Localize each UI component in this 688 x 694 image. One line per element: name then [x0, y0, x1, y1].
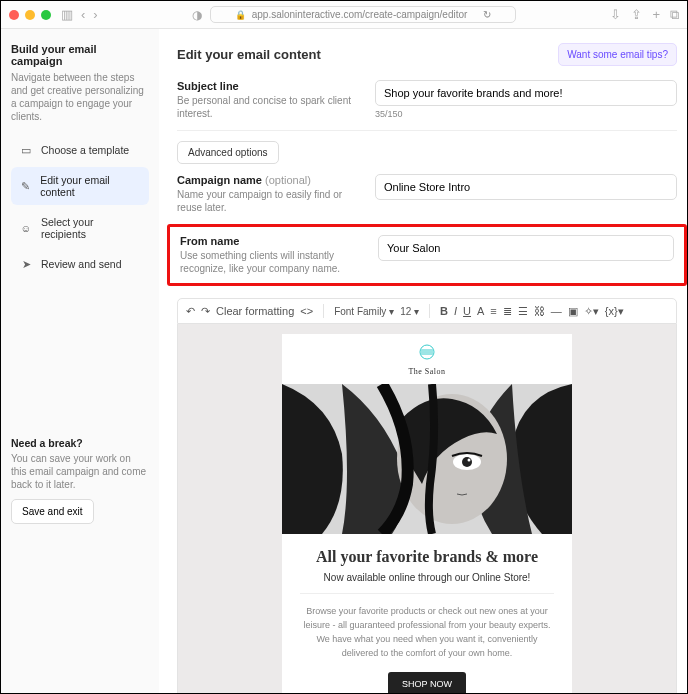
- shop-now-button[interactable]: SHOP NOW: [388, 672, 466, 693]
- pencil-icon: ✎: [19, 180, 32, 192]
- hero-image: [282, 384, 572, 534]
- sidebar-toggle-icon[interactable]: ▥: [61, 7, 73, 22]
- campaign-desc: Name your campaign to easily find or reu…: [177, 188, 357, 214]
- url-text: app.saloninteractive.com/create-campaign…: [252, 9, 468, 20]
- share-icon[interactable]: ⇪: [631, 7, 642, 23]
- step-label: Select your recipients: [41, 216, 141, 240]
- editor-toolbar: ↶ ↷ Clear formatting <> Font Family ▾ 12…: [177, 298, 677, 324]
- undo-icon[interactable]: ↶: [186, 305, 195, 318]
- subject-input[interactable]: [375, 80, 677, 106]
- email-headline: All your favorite brands & more: [292, 548, 562, 566]
- people-icon: ☺: [19, 222, 33, 234]
- campaign-input[interactable]: [375, 174, 677, 200]
- font-size-select[interactable]: 12 ▾: [400, 306, 419, 317]
- step-review-send[interactable]: ➤ Review and send: [11, 251, 149, 277]
- sidebar: Build your email campaign Navigate betwe…: [1, 29, 159, 693]
- new-tab-icon[interactable]: +: [652, 7, 660, 23]
- step-label: Edit your email content: [40, 174, 141, 198]
- break-desc: You can save your work on this email cam…: [11, 452, 149, 491]
- salon-logo-icon: [282, 344, 572, 363]
- font-family-select[interactable]: Font Family ▾: [334, 306, 394, 317]
- campaign-label: Campaign name (optional): [177, 174, 357, 186]
- sparkle-icon[interactable]: ✧▾: [584, 305, 599, 318]
- from-label: From name: [180, 235, 360, 247]
- email-subheadline: Now available online through our Online …: [282, 572, 572, 583]
- merge-tag-icon[interactable]: {x}▾: [605, 305, 624, 318]
- link-icon[interactable]: ⛓: [534, 305, 545, 317]
- shield-icon[interactable]: ◑: [192, 8, 202, 22]
- download-icon[interactable]: ⇩: [610, 7, 621, 23]
- send-icon: ➤: [19, 258, 33, 270]
- sidebar-desc: Navigate between the steps and get creat…: [11, 71, 149, 123]
- email-body-text: Browse your favorite products or check o…: [282, 604, 572, 672]
- ordered-list-icon[interactable]: ≣: [503, 305, 512, 318]
- clear-format-button[interactable]: Clear formatting: [216, 305, 294, 317]
- sidebar-title: Build your email campaign: [11, 43, 149, 67]
- titlebar: ▥ ‹ › ◑ 🔒 app.saloninteractive.com/creat…: [1, 1, 687, 29]
- salon-name: The Salon: [282, 367, 572, 376]
- step-label: Choose a template: [41, 144, 129, 156]
- step-edit-content[interactable]: ✎ Edit your email content: [11, 167, 149, 205]
- underline-icon[interactable]: U: [463, 305, 471, 317]
- email-tips-button[interactable]: Want some email tips?: [558, 43, 677, 66]
- maximize-icon[interactable]: [41, 10, 51, 20]
- break-title: Need a break?: [11, 437, 149, 449]
- code-icon[interactable]: <>: [300, 305, 313, 317]
- lock-icon: 🔒: [235, 10, 246, 20]
- step-choose-template[interactable]: ▭ Choose a template: [11, 137, 149, 163]
- back-icon[interactable]: ‹: [81, 7, 85, 22]
- email-preview: The Salon: [282, 334, 572, 693]
- traffic-lights: [9, 10, 51, 20]
- redo-icon[interactable]: ↷: [201, 305, 210, 318]
- from-name-highlight: From name Use something clients will ins…: [167, 224, 687, 286]
- save-exit-button[interactable]: Save and exit: [11, 499, 94, 524]
- step-label: Review and send: [41, 258, 122, 270]
- svg-point-8: [468, 459, 471, 462]
- image-icon[interactable]: ▣: [568, 305, 578, 318]
- hr-icon[interactable]: —: [551, 305, 562, 317]
- align-icon[interactable]: ≡: [490, 305, 496, 317]
- svg-point-7: [462, 457, 472, 467]
- step-select-recipients[interactable]: ☺ Select your recipients: [11, 209, 149, 247]
- email-divider: [300, 593, 554, 594]
- subject-count: 35/150: [375, 109, 677, 119]
- template-icon: ▭: [19, 144, 33, 156]
- bold-icon[interactable]: B: [440, 305, 448, 317]
- editor-canvas[interactable]: The Salon: [177, 324, 677, 693]
- close-icon[interactable]: [9, 10, 19, 20]
- minimize-icon[interactable]: [25, 10, 35, 20]
- text-color-icon[interactable]: A: [477, 305, 484, 317]
- from-input[interactable]: [378, 235, 674, 261]
- main-panel: Edit your email content Want some email …: [159, 29, 687, 693]
- tabs-icon[interactable]: ⧉: [670, 7, 679, 23]
- reload-icon[interactable]: ↻: [483, 9, 491, 20]
- subject-label: Subject line: [177, 80, 357, 92]
- advanced-options-button[interactable]: Advanced options: [177, 141, 279, 164]
- unordered-list-icon[interactable]: ☰: [518, 305, 528, 318]
- subject-desc: Be personal and concise to spark client …: [177, 94, 357, 120]
- from-desc: Use something clients will instantly rec…: [180, 249, 360, 275]
- page-title: Edit your email content: [177, 47, 321, 62]
- app-window: ▥ ‹ › ◑ 🔒 app.saloninteractive.com/creat…: [0, 0, 688, 694]
- italic-icon[interactable]: I: [454, 305, 457, 317]
- address-bar[interactable]: 🔒 app.saloninteractive.com/create-campai…: [210, 6, 517, 23]
